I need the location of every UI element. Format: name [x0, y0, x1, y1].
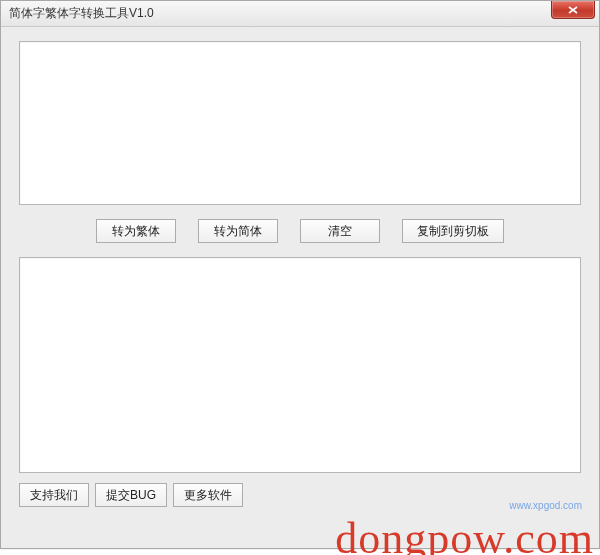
output-textarea[interactable] — [19, 257, 581, 473]
copy-clipboard-button[interactable]: 复制到剪切板 — [402, 219, 504, 243]
window-controls — [551, 1, 599, 26]
input-textarea[interactable] — [19, 41, 581, 205]
to-traditional-button[interactable]: 转为繁体 — [96, 219, 176, 243]
clear-button[interactable]: 清空 — [300, 219, 380, 243]
to-simplified-button[interactable]: 转为简体 — [198, 219, 278, 243]
content-area: 转为繁体 转为简体 清空 复制到剪切板 支持我们 提交BUG 更多软件 — [1, 27, 599, 548]
titlebar: 简体字繁体字转换工具V1.0 — [1, 1, 599, 27]
support-us-button[interactable]: 支持我们 — [19, 483, 89, 507]
bottom-button-row: 支持我们 提交BUG 更多软件 — [19, 473, 581, 507]
close-button[interactable] — [551, 1, 595, 19]
action-button-row: 转为繁体 转为简体 清空 复制到剪切板 — [19, 205, 581, 257]
close-icon — [568, 6, 578, 14]
window-title: 简体字繁体字转换工具V1.0 — [9, 5, 154, 22]
submit-bug-button[interactable]: 提交BUG — [95, 483, 167, 507]
app-window: 简体字繁体字转换工具V1.0 转为繁体 转为简体 清空 复制到剪切板 支持我们 … — [0, 0, 600, 549]
more-software-button[interactable]: 更多软件 — [173, 483, 243, 507]
